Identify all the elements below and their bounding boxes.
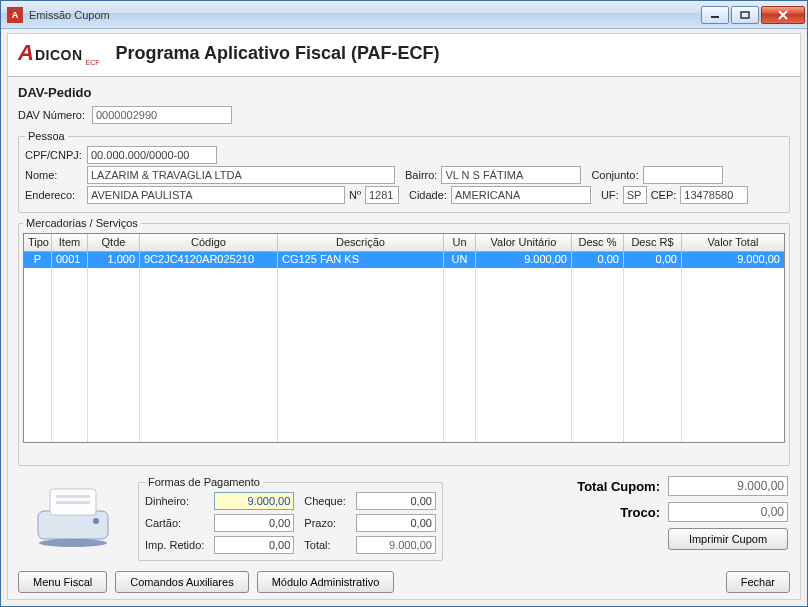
num-end-input[interactable] <box>365 186 399 204</box>
prazo-label: Prazo: <box>304 517 346 529</box>
col-un[interactable]: Un <box>444 234 476 251</box>
app-icon: A <box>7 7 23 23</box>
impretido-input[interactable] <box>214 536 294 554</box>
cep-input[interactable] <box>680 186 748 204</box>
uf-label: UF: <box>601 189 619 201</box>
app-window: A Emissão Cupom ADICONECF Programa Aplic… <box>0 0 808 607</box>
cep-label: CEP: <box>651 189 677 201</box>
col-vtot[interactable]: Valor Total <box>682 234 784 251</box>
col-codigo[interactable]: Código <box>140 234 278 251</box>
footer: Menu Fiscal Comandos Auxiliares Módulo A… <box>18 571 790 593</box>
pessoa-legend: Pessoa <box>25 130 68 142</box>
endereco-label: Endereco: <box>25 189 83 201</box>
titlebar[interactable]: A Emissão Cupom <box>1 1 807 29</box>
cell-descricao: CG125 FAN KS <box>278 252 444 268</box>
close-button[interactable] <box>761 6 805 24</box>
fechar-button[interactable]: Fechar <box>726 571 790 593</box>
cpf-label: CPF/CNPJ: <box>25 149 83 161</box>
prazo-input[interactable] <box>356 514 436 532</box>
minimize-button[interactable] <box>701 6 729 24</box>
cell-vtot: 9.000,00 <box>682 252 784 268</box>
svg-rect-6 <box>56 495 90 498</box>
grid-body[interactable]: P 0001 1,000 9C2JC4120AR025210 CG125 FAN… <box>24 252 784 442</box>
dinheiro-label: Dinheiro: <box>145 495 204 507</box>
cpf-input[interactable] <box>87 146 217 164</box>
nome-label: Nome: <box>25 169 83 181</box>
menu-fiscal-button[interactable]: Menu Fiscal <box>18 571 107 593</box>
cell-un: UN <box>444 252 476 268</box>
cell-codigo: 9C2JC4120AR025210 <box>140 252 278 268</box>
col-vunit[interactable]: Valor Unitário <box>476 234 572 251</box>
total-pag-input <box>356 536 436 554</box>
imprimir-cupom-button[interactable]: Imprimir Cupom <box>668 528 788 550</box>
dav-num-label: DAV Número: <box>18 109 88 121</box>
totals-panel: Total Cupom: Troco: Imprimir Cupom <box>577 476 788 550</box>
svg-point-9 <box>93 518 99 524</box>
dav-section-title: DAV-Pedido <box>18 85 790 100</box>
num-end-label: Nº <box>349 189 361 201</box>
col-tipo[interactable]: Tipo <box>24 234 52 251</box>
svg-rect-1 <box>741 12 749 18</box>
dav-num-input[interactable] <box>92 106 232 124</box>
cell-descp: 0,00 <box>572 252 624 268</box>
uf-input[interactable] <box>623 186 647 204</box>
logo: ADICONECF <box>18 40 100 66</box>
conjunto-input[interactable] <box>643 166 723 184</box>
total-pag-label: Total: <box>304 539 346 551</box>
cidade-input[interactable] <box>451 186 591 204</box>
printer-icon <box>18 476 128 556</box>
cartao-input[interactable] <box>214 514 294 532</box>
cell-tipo: P <box>24 252 52 268</box>
client-area: ADICONECF Programa Aplicativo Fiscal (PA… <box>1 29 807 606</box>
modulo-admin-button[interactable]: Módulo Administrativo <box>257 571 395 593</box>
table-row[interactable]: P 0001 1,000 9C2JC4120AR025210 CG125 FAN… <box>24 252 784 268</box>
cell-item: 0001 <box>52 252 88 268</box>
cheque-input[interactable] <box>356 492 436 510</box>
svg-rect-7 <box>56 501 90 504</box>
col-descp[interactable]: Desc % <box>572 234 624 251</box>
bairro-input[interactable] <box>441 166 581 184</box>
pagamento-legend: Formas de Pagamento <box>145 476 263 488</box>
svg-point-8 <box>39 539 107 547</box>
col-descricao[interactable]: Descrição <box>278 234 444 251</box>
col-descr[interactable]: Desc R$ <box>624 234 682 251</box>
total-cupom-value <box>668 476 788 496</box>
impretido-label: Imp. Retido: <box>145 539 204 551</box>
cidade-label: Cidade: <box>409 189 447 201</box>
cell-descr: 0,00 <box>624 252 682 268</box>
items-grid[interactable]: Tipo Item Qtde Código Descrição Un Valor… <box>23 233 785 443</box>
cheque-label: Cheque: <box>304 495 346 507</box>
content: DAV-Pedido DAV Número: Pessoa CPF/CNPJ: … <box>7 77 801 600</box>
pessoa-fieldset: Pessoa CPF/CNPJ: Nome: Bairro: Conjunto:… <box>18 130 790 213</box>
cartao-label: Cartão: <box>145 517 204 529</box>
bairro-label: Bairro: <box>405 169 437 181</box>
app-title: Programa Aplicativo Fiscal (PAF-ECF) <box>116 43 440 64</box>
dinheiro-input[interactable] <box>214 492 294 510</box>
window-title: Emissão Cupom <box>29 9 701 21</box>
pagamento-fieldset: Formas de Pagamento Dinheiro: Cheque: Ca… <box>138 476 443 561</box>
grid-fieldset: Mercadorias / Serviços Tipo Item Qtde Có… <box>18 217 790 466</box>
conjunto-label: Conjunto: <box>591 169 638 181</box>
troco-value <box>668 502 788 522</box>
grid-header: Tipo Item Qtde Código Descrição Un Valor… <box>24 234 784 252</box>
maximize-button[interactable] <box>731 6 759 24</box>
col-item[interactable]: Item <box>52 234 88 251</box>
cell-qtde: 1,000 <box>88 252 140 268</box>
troco-label: Troco: <box>577 505 660 520</box>
banner: ADICONECF Programa Aplicativo Fiscal (PA… <box>7 33 801 77</box>
col-qtde[interactable]: Qtde <box>88 234 140 251</box>
comandos-aux-button[interactable]: Comandos Auxiliares <box>115 571 248 593</box>
grid-legend: Mercadorias / Serviços <box>23 217 141 229</box>
cell-vunit: 9.000,00 <box>476 252 572 268</box>
nome-input[interactable] <box>87 166 395 184</box>
total-cupom-label: Total Cupom: <box>577 479 660 494</box>
endereco-input[interactable] <box>87 186 345 204</box>
